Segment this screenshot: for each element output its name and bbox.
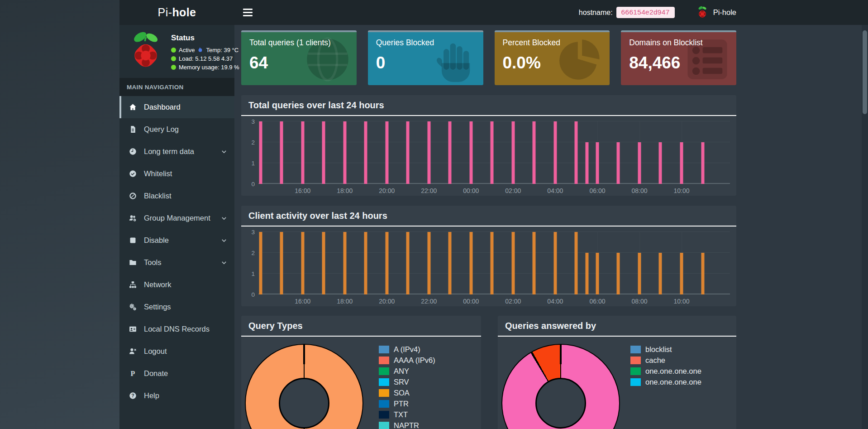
bar[interactable] xyxy=(301,232,304,294)
card-label: Domains on Blocklist xyxy=(629,38,728,48)
bar[interactable] xyxy=(364,121,367,184)
sidebar-toggle-button[interactable] xyxy=(241,6,254,19)
bar[interactable] xyxy=(553,232,557,294)
bar[interactable] xyxy=(638,253,641,294)
sidebar-item-blacklist[interactable]: Blacklist xyxy=(119,185,234,207)
queries-answered-by-donut[interactable] xyxy=(501,344,620,429)
bar[interactable] xyxy=(385,121,388,184)
legend-item[interactable]: cache xyxy=(630,356,701,365)
bar[interactable] xyxy=(406,121,410,184)
sidebar-item-local-dns-records[interactable]: Local DNS Records xyxy=(119,318,234,340)
legend-item[interactable]: AAAA (IPv6) xyxy=(379,356,435,365)
sidebar-item-query-log[interactable]: Query Log xyxy=(119,118,234,140)
bar[interactable] xyxy=(406,232,410,294)
bar[interactable] xyxy=(617,253,620,294)
legend-item[interactable]: SRV xyxy=(379,378,435,386)
client-activity-chart[interactable]: 012316:0018:0020:0022:0000:0002:0004:000… xyxy=(241,227,736,306)
sidebar-item-whitelist[interactable]: Whitelist xyxy=(119,163,234,185)
legend-label: ANY xyxy=(394,367,409,376)
sidebar-item-group-management[interactable]: Group Management xyxy=(119,207,234,229)
bar[interactable] xyxy=(448,232,452,294)
bar[interactable] xyxy=(596,253,599,294)
bar[interactable] xyxy=(469,121,472,184)
panel-query-types: Query Types A (IPv4)AAAA (IPv6)ANYSRVSOA… xyxy=(241,316,481,429)
bar[interactable] xyxy=(280,121,283,184)
bar[interactable] xyxy=(259,232,262,294)
bar[interactable] xyxy=(385,232,388,294)
sidebar-item-disable[interactable]: Disable xyxy=(119,229,234,251)
legend-swatch xyxy=(630,357,641,364)
bar[interactable] xyxy=(301,121,304,184)
vertical-scrollbar[interactable] xyxy=(862,25,868,429)
bar[interactable] xyxy=(585,142,588,184)
bar[interactable] xyxy=(427,121,430,184)
legend-item[interactable]: one.one.one.one xyxy=(630,367,701,376)
sidebar-item-label: Settings xyxy=(144,303,171,311)
legend-item[interactable]: TXT xyxy=(379,410,435,419)
query-types-donut[interactable] xyxy=(245,344,363,429)
bar[interactable] xyxy=(638,142,641,184)
bar[interactable] xyxy=(448,121,452,184)
bar[interactable] xyxy=(680,253,683,294)
bar[interactable] xyxy=(659,253,662,294)
bar[interactable] xyxy=(575,232,578,294)
bar[interactable] xyxy=(701,253,704,294)
bar[interactable] xyxy=(596,142,599,184)
bar[interactable] xyxy=(469,232,472,294)
bar[interactable] xyxy=(659,142,662,184)
legend-item[interactable]: NAPTR xyxy=(379,421,435,429)
scrollbar-thumb[interactable] xyxy=(863,30,867,114)
sidebar-item-help[interactable]: ?Help xyxy=(119,385,234,407)
legend-item[interactable]: A (IPv4) xyxy=(379,345,435,354)
legend-item[interactable]: one.one.one.one xyxy=(630,378,701,386)
sidebar-item-label: Local DNS Records xyxy=(144,325,210,333)
x-axis-label: 02:00 xyxy=(505,298,521,305)
sidebar-item-long-term-data[interactable]: Long term data xyxy=(119,140,234,163)
bar[interactable] xyxy=(322,232,325,294)
bar[interactable] xyxy=(259,121,262,184)
chart-plot-area: 012316:0018:0020:0022:0000:0002:0004:000… xyxy=(258,232,730,294)
card-value: 84,466 xyxy=(629,53,728,72)
sidebar-item-settings[interactable]: Settings xyxy=(119,296,234,318)
hamburger-icon xyxy=(243,9,253,10)
bar[interactable] xyxy=(343,232,346,294)
sidebar-item-label: Blacklist xyxy=(144,192,172,200)
bar[interactable] xyxy=(701,142,704,184)
total-queries-chart[interactable]: 012316:0018:0020:0022:0000:0002:0004:000… xyxy=(241,116,736,196)
bar[interactable] xyxy=(427,232,430,294)
bar[interactable] xyxy=(322,121,325,184)
bar[interactable] xyxy=(553,121,557,184)
bar[interactable] xyxy=(491,232,494,294)
legend-item[interactable]: SOA xyxy=(379,389,435,397)
content-container: Total queries (1 clients)64Queries Block… xyxy=(241,30,736,429)
bar[interactable] xyxy=(511,232,515,294)
bar[interactable] xyxy=(575,121,578,184)
bar[interactable] xyxy=(617,142,620,184)
sidebar-item-tools[interactable]: Tools xyxy=(119,251,234,274)
bar[interactable] xyxy=(680,142,683,184)
bar[interactable] xyxy=(364,232,367,294)
legend-swatch xyxy=(630,346,641,353)
sidebar-item-network[interactable]: Network xyxy=(119,274,234,296)
bar[interactable] xyxy=(280,232,283,294)
navbar-brand[interactable]: Pi-hole xyxy=(713,8,736,17)
x-axis-label: 20:00 xyxy=(379,187,395,194)
legend-item[interactable]: ANY xyxy=(379,367,435,376)
panel-queries-answered-by: Queries answered by blocklistcacheone.on… xyxy=(498,316,736,429)
bar[interactable] xyxy=(511,121,515,184)
bar[interactable] xyxy=(491,121,494,184)
legend-item[interactable]: PTR xyxy=(379,400,435,408)
x-axis-label: 08:00 xyxy=(631,298,647,305)
sidebar-item-label: Logout xyxy=(144,347,167,356)
legend-item[interactable]: blocklist xyxy=(630,345,701,354)
bar[interactable] xyxy=(585,253,588,294)
bar[interactable] xyxy=(533,232,536,294)
sidebar-item-dashboard[interactable]: Dashboard xyxy=(119,96,234,118)
x-axis-label: 16:00 xyxy=(295,187,310,194)
clock-icon xyxy=(129,148,138,155)
app-logo[interactable]: Pi-hole xyxy=(119,0,234,25)
sidebar-item-logout[interactable]: Logout xyxy=(119,340,234,362)
bar[interactable] xyxy=(343,121,346,184)
sidebar-item-donate[interactable]: PDonate xyxy=(119,362,234,385)
bar[interactable] xyxy=(533,121,536,184)
